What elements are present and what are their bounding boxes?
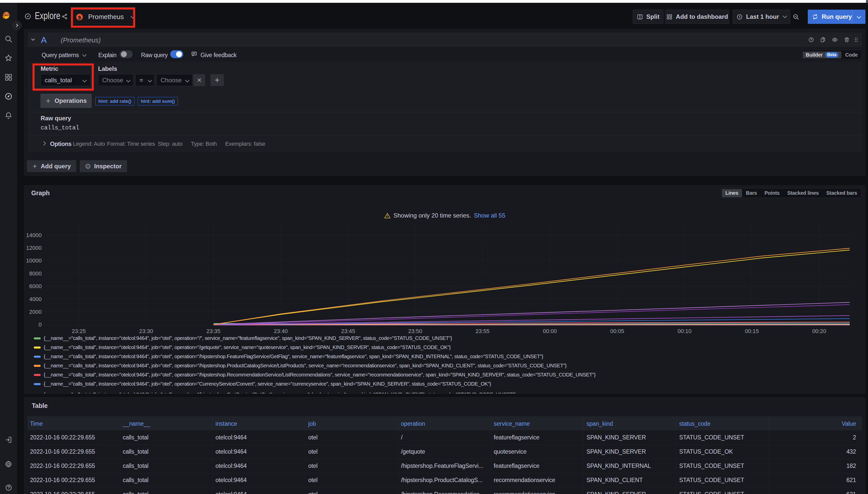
svg-text:23:50: 23:50 bbox=[408, 328, 422, 334]
svg-text:8000: 8000 bbox=[29, 270, 42, 277]
svg-text:6000: 6000 bbox=[29, 283, 42, 289]
svg-text:00:15: 00:15 bbox=[745, 328, 759, 334]
svg-text:23:55: 23:55 bbox=[475, 328, 489, 334]
svg-text:12000: 12000 bbox=[26, 245, 42, 251]
svg-text:0: 0 bbox=[39, 321, 42, 328]
svg-text:00:20: 00:20 bbox=[812, 328, 826, 334]
svg-text:10000: 10000 bbox=[26, 258, 42, 264]
svg-text:23:45: 23:45 bbox=[341, 328, 355, 334]
svg-text:4000: 4000 bbox=[29, 296, 42, 302]
svg-text:00:05: 00:05 bbox=[610, 328, 624, 334]
svg-text:23:35: 23:35 bbox=[206, 328, 220, 334]
svg-text:23:25: 23:25 bbox=[72, 328, 86, 334]
svg-text:23:30: 23:30 bbox=[139, 328, 153, 334]
svg-text:00:00: 00:00 bbox=[543, 328, 557, 334]
svg-text:23:40: 23:40 bbox=[274, 328, 288, 334]
svg-text:2000: 2000 bbox=[29, 309, 42, 315]
svg-text:14000: 14000 bbox=[26, 232, 42, 239]
svg-text:00:10: 00:10 bbox=[677, 328, 691, 334]
